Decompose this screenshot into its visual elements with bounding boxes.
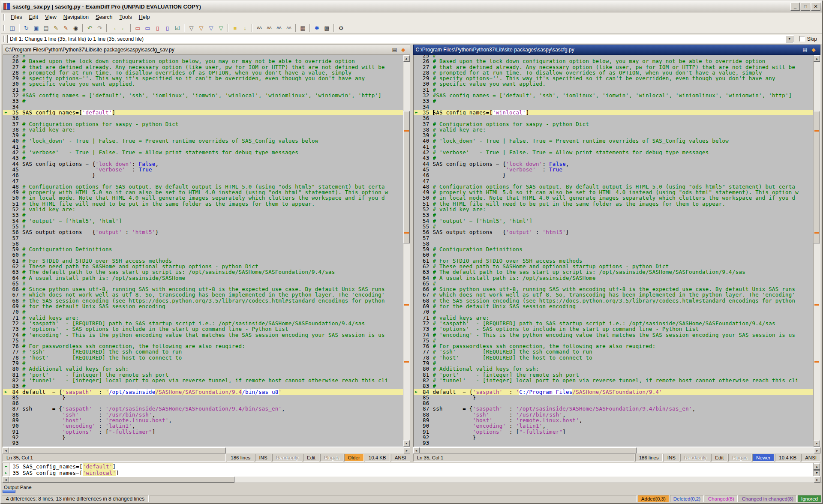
code-line-91[interactable]: 91 'options' : ["-fullstimer"] bbox=[414, 429, 814, 435]
code-line-80[interactable]: 80# Additional valid keys for ssh: bbox=[414, 366, 814, 372]
code-line-82[interactable]: 82# 'tunnel' - [integer] local port to o… bbox=[3, 378, 403, 383]
code-line-63[interactable]: 63# The default path to the sas start up… bbox=[414, 269, 814, 275]
edit-first-file-button[interactable]: ✎ bbox=[51, 23, 61, 33]
scrollbar-track[interactable] bbox=[9, 447, 404, 453]
code-line-77[interactable]: 77# 'ssh' - [REQUIRED] the ssh command t… bbox=[3, 349, 403, 354]
code-line-25[interactable]: 25# bbox=[3, 55, 403, 58]
code-line-64[interactable]: 64# A usual install path is: /opt/sasins… bbox=[3, 275, 403, 281]
swap-icon[interactable]: ◆ bbox=[809, 46, 818, 54]
find-all-button[interactable]: AA bbox=[284, 23, 294, 33]
code-line-33[interactable]: 33# bbox=[3, 98, 403, 104]
scrollbar-track[interactable] bbox=[814, 62, 820, 440]
code-line-35[interactable]: ►35SAS_config_names=['winlocal'] bbox=[414, 110, 814, 115]
code-line-30[interactable]: 30# specific value you want applied. bbox=[414, 81, 814, 87]
code-line-67[interactable]: 67# which does not work well as utf-8. S… bbox=[414, 292, 814, 297]
code-line-92[interactable]: 92 } bbox=[414, 435, 814, 440]
menu-view[interactable]: View bbox=[42, 13, 60, 21]
code-line-27[interactable]: 27# that are defined already. Any necess… bbox=[3, 64, 403, 70]
scroll-up-button[interactable]: ▲ bbox=[403, 55, 410, 62]
code-line-89[interactable]: 89 'host' : 'remote.linux.host', bbox=[3, 417, 403, 423]
right-pane-header[interactable]: C:\Program Files\Python\Python37\Lib\sit… bbox=[413, 45, 821, 55]
left-horizontal-scrollbar[interactable]: ◄ ► bbox=[3, 447, 410, 453]
code-line-38[interactable]: 38# valid key are: bbox=[414, 127, 814, 132]
code-line-44[interactable]: 44SAS_config_options = {'lock_down': Fal… bbox=[3, 161, 403, 167]
code-line-86[interactable]: 86 bbox=[414, 400, 814, 406]
menu-tools[interactable]: Tools bbox=[116, 13, 135, 21]
scroll-up-button[interactable]: ▲ bbox=[814, 463, 820, 470]
code-line-66[interactable]: 66# Since python uses utf-8, running SAS… bbox=[414, 286, 814, 292]
title-bar[interactable]: sascfg_sav.py | sascfg.py - ExamDiff Pro… bbox=[1, 1, 822, 12]
word-wrap-button[interactable]: ▩ bbox=[322, 23, 332, 33]
code-line-78[interactable]: 78# 'host' - [REQUIRED] the host to conn… bbox=[3, 355, 403, 360]
code-line-90[interactable]: 90 'encoding' : 'latin1', bbox=[414, 423, 814, 429]
code-line-50[interactable]: 50# in local mode. Note that HTML 4.0 wi… bbox=[3, 195, 403, 201]
code-line-73[interactable]: 73# 'options' - SAS options to include i… bbox=[414, 326, 814, 332]
code-line-58[interactable]: 58 bbox=[3, 241, 403, 246]
code-line-81[interactable]: 81# 'port' - [integer] the remote ssh po… bbox=[3, 372, 403, 378]
code-line-71[interactable]: 71# valid keys are: bbox=[3, 315, 403, 321]
next-inline-difference-button[interactable]: ↓ bbox=[240, 23, 250, 33]
code-line-51[interactable]: 51# the HTML file will need to be put in… bbox=[3, 201, 403, 207]
code-line-68[interactable]: 68# the SAS session encoding (see https:… bbox=[414, 298, 814, 303]
left-pane-header[interactable]: C:\Program Files\Python\Python37\Lib\sit… bbox=[3, 45, 410, 55]
code-line-81[interactable]: 81# 'port' - [integer] the remote ssh po… bbox=[414, 372, 814, 378]
code-line-88[interactable]: 88 'ssh' : '/usr/bin/ssh', bbox=[414, 412, 814, 417]
code-line-47[interactable]: 47 bbox=[414, 178, 814, 184]
show-deleted-filter-button[interactable]: ▽ bbox=[206, 23, 216, 33]
show-added-filter-button[interactable]: ▽ bbox=[196, 23, 206, 33]
code-line-39[interactable]: 39# bbox=[414, 132, 814, 138]
scroll-right-button[interactable]: ► bbox=[814, 477, 820, 483]
code-line-53[interactable]: 53# bbox=[414, 212, 814, 218]
scrollbar-thumb[interactable] bbox=[9, 447, 226, 453]
code-line-31[interactable]: 31# bbox=[414, 87, 814, 93]
code-line-35[interactable]: ►35SAS_config_names=['default'] bbox=[3, 110, 403, 115]
code-line-42[interactable]: 42# 'verbose' - True | False. True = All… bbox=[3, 150, 403, 155]
code-line-50[interactable]: 50# in local mode. Note that HTML 4.0 wi… bbox=[414, 195, 814, 201]
code-line-68[interactable]: 68# the SAS session encoding (see https:… bbox=[3, 298, 403, 303]
code-line-27[interactable]: 27# that are defined already. Any necess… bbox=[414, 64, 814, 70]
code-line-70[interactable]: 70# bbox=[414, 309, 814, 315]
code-line-28[interactable]: 28# prompted for at run time. To disallo… bbox=[414, 70, 814, 75]
left-vertical-scrollbar[interactable]: ▲ ▼ bbox=[403, 55, 410, 447]
code-line-57[interactable]: 57 bbox=[414, 235, 814, 241]
code-line-85[interactable]: 85 } bbox=[414, 395, 814, 400]
code-line-40[interactable]: 40# 'lock_down' - True | False. True = P… bbox=[414, 138, 814, 144]
code-line-55[interactable]: 55# bbox=[414, 224, 814, 229]
scrollbar-track[interactable] bbox=[420, 447, 814, 453]
diffbar-grip[interactable] bbox=[3, 36, 5, 42]
toolbar-grip[interactable] bbox=[3, 25, 5, 31]
code-line-59[interactable]: 59# Configuration Definitions bbox=[3, 246, 403, 252]
edit-second-file-button[interactable]: ✎ bbox=[61, 23, 71, 33]
code-line-29[interactable]: 29# specify options=''. This way it's sp… bbox=[3, 75, 403, 81]
recompare-button[interactable]: ↻ bbox=[21, 23, 31, 33]
scroll-left-button[interactable]: ◄ bbox=[413, 447, 420, 453]
code-line-85[interactable]: 85 } bbox=[3, 395, 403, 400]
code-line-26[interactable]: 26# Based upon the lock_down configurati… bbox=[414, 58, 814, 64]
code-line-33[interactable]: 33# bbox=[414, 98, 814, 104]
code-line-54[interactable]: 54# 'output' = ['html5', 'html'] bbox=[3, 218, 403, 224]
pane-splitter[interactable] bbox=[410, 45, 413, 462]
next-difference-button[interactable]: → bbox=[109, 23, 119, 33]
code-line-40[interactable]: 40# 'lock_down' - True | False. True = P… bbox=[3, 138, 403, 144]
swap-icon[interactable]: ◆ bbox=[399, 46, 408, 54]
synchronize-button[interactable]: ✱ bbox=[312, 23, 322, 33]
show-changed-filter-button[interactable]: ▽ bbox=[216, 23, 226, 33]
code-line-46[interactable]: 46 } bbox=[3, 172, 403, 178]
code-line-54[interactable]: 54# 'output' = ['html5', 'html'] bbox=[414, 218, 814, 224]
code-line-47[interactable]: 47 bbox=[3, 178, 403, 184]
code-line-67[interactable]: 67# which does not work well as utf-8. S… bbox=[3, 292, 403, 297]
menu-files[interactable]: Files bbox=[7, 13, 25, 21]
code-line-78[interactable]: 78# 'host' - [REQUIRED] the host to conn… bbox=[414, 355, 814, 360]
view-mode-button[interactable]: ▦ bbox=[298, 23, 308, 33]
code-line-49[interactable]: 49# properly with HTML 5.0 so it can als… bbox=[414, 189, 814, 195]
scroll-left-button[interactable]: ◄ bbox=[3, 447, 9, 453]
code-line-63[interactable]: 63# The default path to the sas start up… bbox=[3, 269, 403, 275]
code-line-61[interactable]: 61# For STDIO and STDIO over SSH access … bbox=[3, 258, 403, 264]
code-line-89[interactable]: 89 'host' : 'remote.linux.host', bbox=[414, 417, 814, 423]
code-line-52[interactable]: 52# valid key are: bbox=[414, 207, 814, 212]
code-line-37[interactable]: 37# Configuration options for saspy - py… bbox=[414, 121, 814, 127]
code-line-55[interactable]: 55# bbox=[3, 224, 403, 229]
code-line-48[interactable]: 48# Configuration options for SAS output… bbox=[3, 184, 403, 189]
code-line-43[interactable]: 43# bbox=[414, 155, 814, 161]
highlight-inline-button[interactable]: ■ bbox=[230, 23, 240, 33]
